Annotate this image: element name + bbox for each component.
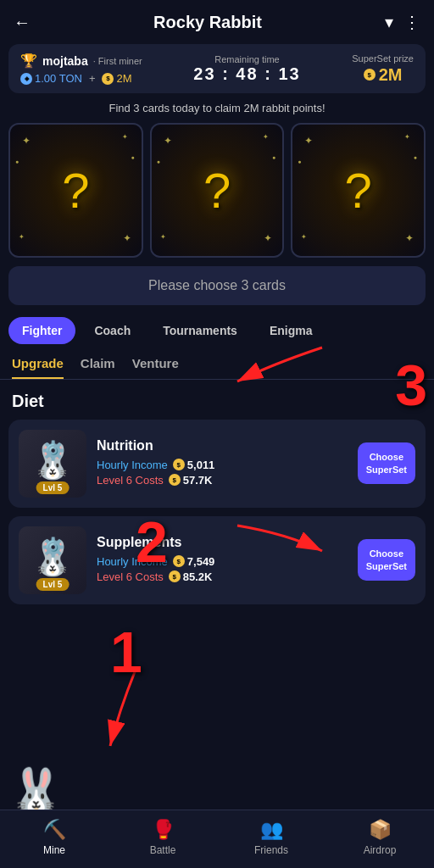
supplements-info: Supplements Hourly Income $ 7,549 Level … — [97, 535, 348, 586]
supplements-cost-label: Level 6 Costs — [97, 570, 164, 583]
nutrition-info: Nutrition Hourly Income $ 5,011 Level 6 … — [97, 438, 348, 489]
user-info: 🏆 mojtaba · First miner ◈ 1.00 TON + $ 2… — [20, 53, 142, 85]
user-badge: · First miner — [93, 56, 142, 66]
friends-label: Friends — [254, 844, 288, 856]
nutrition-income-value: $ 5,011 — [173, 459, 215, 471]
menu-icon[interactable]: ⋮ — [403, 12, 420, 32]
card-1[interactable]: ✦ ✦ ✦ ✦ ● ● ? — [8, 123, 143, 258]
supplements-income-label: Hourly Income — [97, 555, 168, 568]
battle-icon: 🥊 — [152, 819, 175, 841]
choose-cards-button[interactable]: Please choose 3 cards — [8, 266, 426, 305]
card-2[interactable]: ✦ ✦ ✦ ✦ ● ● ? — [150, 123, 285, 258]
prize-coin-icon: $ — [364, 69, 376, 81]
trophy-icon: 🏆 — [20, 53, 37, 69]
cards-section: Find 3 cards today to claim 2M rabbit po… — [0, 102, 434, 258]
supplements-superset-button[interactable]: ChooseSuperSet — [358, 539, 415, 581]
header: ← Rocky Rabbit ▾ ⋮ — [0, 0, 434, 44]
nutrition-level: Lvl 5 — [36, 481, 70, 494]
card-2-mark: ? — [203, 162, 231, 219]
time-value: 23 : 48 : 13 — [193, 64, 300, 84]
coin-icon: $ — [102, 73, 114, 85]
nav-battle[interactable]: 🥊 Battle — [137, 819, 188, 856]
tab-enigma[interactable]: Enigma — [256, 317, 326, 344]
battle-label: Battle — [150, 844, 176, 856]
tab-fighter[interactable]: Fighter — [8, 317, 75, 344]
nutrition-name: Nutrition — [97, 438, 348, 453]
upgrade-item-nutrition: 🐰 ⚙️ Lvl 5 Nutrition Hourly Income $ 5,0… — [8, 420, 426, 508]
nav-friends[interactable]: 👥 Friends — [246, 819, 297, 856]
subtab-claim[interactable]: Claim — [81, 356, 115, 379]
bottom-nav: ⛏️ Mine 🥊 Battle 👥 Friends 📦 Airdrop — [0, 810, 434, 868]
tab-tournaments[interactable]: Tournaments — [149, 317, 251, 344]
nutrition-thumb: 🐰 ⚙️ Lvl 5 — [19, 430, 86, 498]
mine-icon: ⛏️ — [43, 819, 66, 841]
nutrition-income-label: Hourly Income — [97, 459, 168, 471]
supplements-name: Supplements — [97, 535, 348, 550]
header-icons: ▾ ⋮ — [385, 12, 420, 32]
sub-tabs: Upgrade Claim Venture — [0, 356, 434, 380]
prize-label: SuperSet prize — [352, 53, 414, 64]
nav-airdrop[interactable]: 📦 Airdrop — [354, 819, 405, 856]
arrow-1 — [85, 661, 186, 763]
ton-icon: ◈ — [20, 73, 32, 85]
nutrition-cost-label: Level 6 Costs — [97, 474, 164, 487]
airdrop-label: Airdrop — [364, 844, 397, 856]
nutrition-income-stat: Hourly Income $ 5,011 — [97, 459, 348, 471]
page-title: Rocky Rabbit — [153, 13, 262, 32]
supplements-thumb: 🐰 ⚙️ Lvl 5 — [19, 526, 86, 594]
prize-value: $ 2M — [352, 65, 414, 85]
username: mojtaba — [42, 54, 88, 68]
section-label: Diet — [0, 392, 434, 420]
annotation-1: 1 — [110, 619, 142, 685]
supplements-cost-stat: Level 6 Costs $ 85.2K — [97, 570, 348, 583]
category-tabs: Fighter Coach Tournaments Enigma — [0, 317, 434, 344]
supplements-income-value: $ 7,549 — [173, 555, 215, 568]
supplements-level: Lvl 5 — [36, 578, 70, 591]
upgrade-item-supplements: 🐰 ⚙️ Lvl 5 Supplements Hourly Income $ 7… — [8, 516, 426, 604]
coin-icon-4: $ — [169, 570, 181, 582]
time-section: Remaining time 23 : 48 : 13 — [193, 54, 300, 84]
back-button[interactable]: ← — [14, 13, 31, 32]
upgrade-list: 🐰 ⚙️ Lvl 5 Nutrition Hourly Income $ 5,0… — [0, 420, 434, 604]
coin-icon-2: $ — [169, 474, 181, 486]
tab-coach[interactable]: Coach — [81, 317, 144, 344]
card-3[interactable]: ✦ ✦ ✦ ✦ ● ● ? — [291, 123, 426, 258]
cards-grid: ✦ ✦ ✦ ✦ ● ● ? ✦ ✦ ✦ ✦ ● ● ? — [8, 123, 426, 258]
cards-hint: Find 3 cards today to claim 2M rabbit po… — [8, 102, 426, 114]
card-3-mark: ? — [345, 162, 372, 219]
nav-mine[interactable]: ⛏️ Mine — [29, 819, 80, 856]
subtab-venture[interactable]: Venture — [132, 356, 179, 379]
nutrition-superset-button[interactable]: ChooseSuperSet — [358, 442, 415, 484]
coin-icon-1: $ — [173, 459, 185, 470]
gold-balance: $ 2M — [102, 72, 131, 85]
coin-icon-3: $ — [173, 555, 185, 567]
time-label: Remaining time — [193, 54, 300, 64]
supplements-cost-value: $ 85.2K — [169, 570, 213, 583]
subtab-upgrade[interactable]: Upgrade — [12, 356, 64, 379]
nutrition-cost-stat: Level 6 Costs $ 57.7K — [97, 474, 348, 487]
supplements-income-stat: Hourly Income $ 7,549 — [97, 555, 348, 568]
info-bar: 🏆 mojtaba · First miner ◈ 1.00 TON + $ 2… — [8, 44, 426, 93]
friends-icon: 👥 — [260, 819, 283, 841]
card-1-mark: ? — [62, 162, 89, 219]
ton-balance: ◈ 1.00 TON — [20, 72, 82, 85]
nutrition-cost-value: $ 57.7K — [169, 474, 213, 487]
dropdown-icon[interactable]: ▾ — [385, 12, 393, 32]
prize-section: SuperSet prize $ 2M — [352, 53, 414, 85]
airdrop-icon: 📦 — [369, 819, 392, 841]
mine-label: Mine — [43, 844, 65, 856]
